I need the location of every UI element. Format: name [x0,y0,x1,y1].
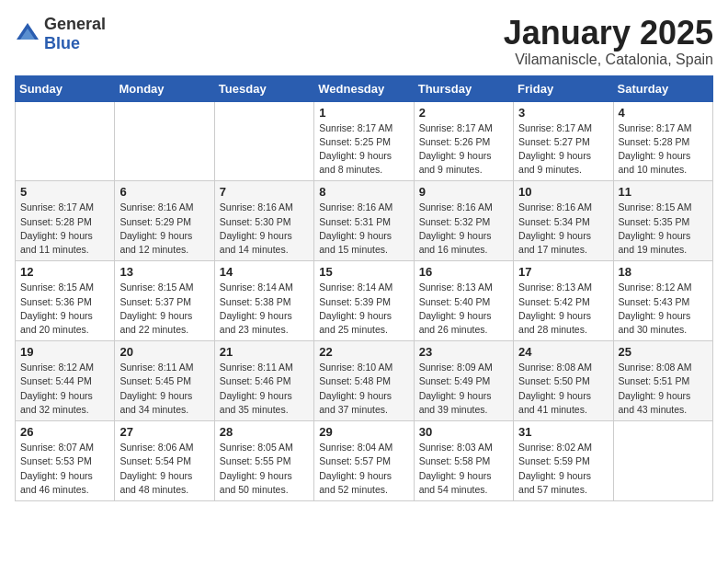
day-info: Sunrise: 8:16 AM Sunset: 5:32 PM Dayligh… [419,201,508,257]
table-row: 21Sunrise: 8:11 AM Sunset: 5:46 PM Dayli… [214,341,313,421]
day-number: 10 [518,185,608,199]
table-row [613,421,712,501]
day-number: 8 [319,185,408,199]
table-row: 9Sunrise: 8:16 AM Sunset: 5:32 PM Daylig… [414,181,513,261]
day-number: 28 [220,425,309,439]
day-number: 17 [518,265,608,279]
day-number: 1 [319,106,408,120]
table-row: 29Sunrise: 8:04 AM Sunset: 5:57 PM Dayli… [314,421,414,501]
day-number: 16 [419,265,508,279]
table-row: 11Sunrise: 8:15 AM Sunset: 5:35 PM Dayli… [613,181,712,261]
title-area: January 2025 Vilamaniscle, Catalonia, Sp… [504,15,713,68]
day-number: 24 [518,345,608,359]
day-number: 23 [419,345,508,359]
day-number: 26 [20,425,109,439]
calendar-header-row: Sunday Monday Tuesday Wednesday Thursday… [16,75,713,101]
day-number: 6 [119,185,209,199]
table-row: 7Sunrise: 8:16 AM Sunset: 5:30 PM Daylig… [214,181,313,261]
table-row [214,101,313,181]
day-info: Sunrise: 8:15 AM Sunset: 5:37 PM Dayligh… [119,281,209,337]
calendar-week-row: 19Sunrise: 8:12 AM Sunset: 5:44 PM Dayli… [16,341,713,421]
day-info: Sunrise: 8:12 AM Sunset: 5:43 PM Dayligh… [619,281,708,337]
day-number: 21 [220,345,309,359]
calendar-week-row: 1Sunrise: 8:17 AM Sunset: 5:25 PM Daylig… [16,101,713,181]
table-row: 15Sunrise: 8:14 AM Sunset: 5:39 PM Dayli… [314,261,414,341]
table-row: 25Sunrise: 8:08 AM Sunset: 5:51 PM Dayli… [613,341,712,421]
day-info: Sunrise: 8:06 AM Sunset: 5:54 PM Dayligh… [119,441,209,497]
day-info: Sunrise: 8:17 AM Sunset: 5:28 PM Dayligh… [619,121,708,178]
day-info: Sunrise: 8:04 AM Sunset: 5:57 PM Dayligh… [319,441,408,497]
day-number: 18 [619,265,708,279]
table-row: 16Sunrise: 8:13 AM Sunset: 5:40 PM Dayli… [414,261,513,341]
day-info: Sunrise: 8:17 AM Sunset: 5:28 PM Dayligh… [20,201,109,257]
logo-icon [15,21,40,47]
table-row: 3Sunrise: 8:17 AM Sunset: 5:27 PM Daylig… [514,101,613,181]
header-sunday: Sunday [16,75,115,101]
day-info: Sunrise: 8:17 AM Sunset: 5:25 PM Dayligh… [319,121,408,178]
day-info: Sunrise: 8:07 AM Sunset: 5:53 PM Dayligh… [20,441,109,497]
table-row: 10Sunrise: 8:16 AM Sunset: 5:34 PM Dayli… [514,181,613,261]
month-title: January 2025 [504,15,713,52]
day-info: Sunrise: 8:16 AM Sunset: 5:30 PM Dayligh… [220,201,309,257]
day-info: Sunrise: 8:08 AM Sunset: 5:50 PM Dayligh… [518,361,608,417]
day-info: Sunrise: 8:17 AM Sunset: 5:27 PM Dayligh… [518,121,608,178]
table-row: 13Sunrise: 8:15 AM Sunset: 5:37 PM Dayli… [115,261,214,341]
calendar-week-row: 5Sunrise: 8:17 AM Sunset: 5:28 PM Daylig… [16,181,713,261]
table-row: 6Sunrise: 8:16 AM Sunset: 5:29 PM Daylig… [115,181,214,261]
table-row: 23Sunrise: 8:09 AM Sunset: 5:49 PM Dayli… [414,341,513,421]
day-info: Sunrise: 8:03 AM Sunset: 5:58 PM Dayligh… [419,441,508,497]
day-info: Sunrise: 8:16 AM Sunset: 5:34 PM Dayligh… [518,201,608,257]
day-info: Sunrise: 8:16 AM Sunset: 5:31 PM Dayligh… [319,201,408,257]
day-info: Sunrise: 8:13 AM Sunset: 5:40 PM Dayligh… [419,281,508,337]
logo-general: General [44,15,106,33]
day-info: Sunrise: 8:02 AM Sunset: 5:59 PM Dayligh… [518,441,608,497]
day-info: Sunrise: 8:14 AM Sunset: 5:39 PM Dayligh… [319,281,408,337]
header-monday: Monday [115,75,214,101]
table-row: 26Sunrise: 8:07 AM Sunset: 5:53 PM Dayli… [16,421,115,501]
table-row: 27Sunrise: 8:06 AM Sunset: 5:54 PM Dayli… [115,421,214,501]
day-info: Sunrise: 8:10 AM Sunset: 5:48 PM Dayligh… [319,361,408,417]
table-row [115,101,214,181]
table-row: 1Sunrise: 8:17 AM Sunset: 5:25 PM Daylig… [314,101,414,181]
day-number: 2 [419,106,508,120]
day-number: 9 [419,185,508,199]
day-number: 25 [619,345,708,359]
location-title: Vilamaniscle, Catalonia, Spain [504,52,713,68]
day-info: Sunrise: 8:12 AM Sunset: 5:44 PM Dayligh… [20,361,109,417]
calendar-week-row: 26Sunrise: 8:07 AM Sunset: 5:53 PM Dayli… [16,421,713,501]
day-info: Sunrise: 8:13 AM Sunset: 5:42 PM Dayligh… [518,281,608,337]
table-row: 8Sunrise: 8:16 AM Sunset: 5:31 PM Daylig… [314,181,414,261]
day-number: 12 [20,265,109,279]
table-row: 5Sunrise: 8:17 AM Sunset: 5:28 PM Daylig… [16,181,115,261]
table-row: 17Sunrise: 8:13 AM Sunset: 5:42 PM Dayli… [514,261,613,341]
day-number: 20 [119,345,209,359]
header-thursday: Thursday [414,75,513,101]
table-row [16,101,115,181]
table-row: 2Sunrise: 8:17 AM Sunset: 5:26 PM Daylig… [414,101,513,181]
day-number: 4 [619,106,708,120]
day-number: 22 [319,345,408,359]
day-info: Sunrise: 8:15 AM Sunset: 5:35 PM Dayligh… [619,201,708,257]
header-wednesday: Wednesday [314,75,414,101]
day-number: 14 [220,265,309,279]
day-info: Sunrise: 8:17 AM Sunset: 5:26 PM Dayligh… [419,121,508,178]
logo-blue: Blue [44,34,80,52]
day-number: 15 [319,265,408,279]
day-number: 13 [119,265,209,279]
day-number: 19 [20,345,109,359]
day-info: Sunrise: 8:16 AM Sunset: 5:29 PM Dayligh… [119,201,209,257]
day-number: 11 [619,185,708,199]
header-saturday: Saturday [613,75,712,101]
day-info: Sunrise: 8:15 AM Sunset: 5:36 PM Dayligh… [20,281,109,337]
table-row: 4Sunrise: 8:17 AM Sunset: 5:28 PM Daylig… [613,101,712,181]
day-info: Sunrise: 8:09 AM Sunset: 5:49 PM Dayligh… [419,361,508,417]
day-number: 7 [220,185,309,199]
day-number: 27 [119,425,209,439]
table-row: 20Sunrise: 8:11 AM Sunset: 5:45 PM Dayli… [115,341,214,421]
day-number: 29 [319,425,408,439]
table-row: 30Sunrise: 8:03 AM Sunset: 5:58 PM Dayli… [414,421,513,501]
table-row: 18Sunrise: 8:12 AM Sunset: 5:43 PM Dayli… [613,261,712,341]
table-row: 31Sunrise: 8:02 AM Sunset: 5:59 PM Dayli… [514,421,613,501]
table-row: 28Sunrise: 8:05 AM Sunset: 5:55 PM Dayli… [214,421,313,501]
table-row: 22Sunrise: 8:10 AM Sunset: 5:48 PM Dayli… [314,341,414,421]
